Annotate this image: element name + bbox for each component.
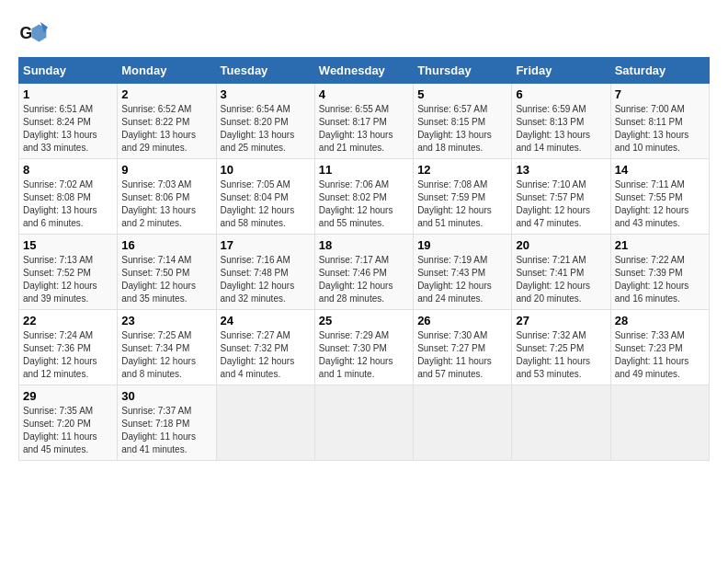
calendar-week-5: 29Sunrise: 7:35 AMSunset: 7:20 PMDayligh… (19, 385, 710, 461)
day-number: 11 (319, 163, 409, 177)
calendar-cell: 23Sunrise: 7:25 AMSunset: 7:34 PMDayligh… (118, 310, 216, 385)
day-number: 25 (319, 314, 409, 327)
page-header: G (18, 18, 710, 48)
day-number: 18 (319, 238, 409, 252)
day-info: Sunrise: 6:52 AMSunset: 8:22 PMDaylight:… (121, 103, 211, 155)
calendar-cell: 21Sunrise: 7:22 AMSunset: 7:39 PMDayligh… (610, 235, 709, 310)
calendar-cell: 15Sunrise: 7:13 AMSunset: 7:52 PMDayligh… (19, 235, 118, 310)
day-number: 22 (23, 314, 113, 327)
day-number: 20 (516, 238, 606, 252)
calendar-cell: 1Sunrise: 6:51 AMSunset: 8:24 PMDaylight… (19, 84, 118, 159)
calendar-cell: 7Sunrise: 7:00 AMSunset: 8:11 PMDaylight… (610, 84, 709, 159)
day-info: Sunrise: 7:03 AMSunset: 8:06 PMDaylight:… (121, 178, 211, 230)
calendar-cell: 10Sunrise: 7:05 AMSunset: 8:04 PMDayligh… (216, 159, 314, 235)
weekday-header-wednesday: Wednesday (314, 58, 413, 84)
calendar-cell: 8Sunrise: 7:02 AMSunset: 8:08 PMDaylight… (19, 159, 118, 235)
weekday-header-sunday: Sunday (19, 58, 118, 84)
day-number: 21 (615, 238, 705, 252)
day-number: 16 (121, 238, 211, 252)
day-number: 23 (121, 314, 211, 327)
day-number: 5 (417, 87, 507, 101)
calendar-cell (414, 385, 512, 461)
day-info: Sunrise: 7:25 AMSunset: 7:34 PMDaylight:… (121, 329, 211, 381)
calendar-cell: 12Sunrise: 7:08 AMSunset: 7:59 PMDayligh… (414, 159, 512, 235)
day-number: 17 (221, 238, 311, 252)
day-info: Sunrise: 7:16 AMSunset: 7:48 PMDaylight:… (221, 254, 311, 305)
weekday-header-thursday: Thursday (414, 58, 512, 84)
day-info: Sunrise: 7:05 AMSunset: 8:04 PMDaylight:… (221, 178, 311, 230)
svg-text:G: G (20, 24, 33, 42)
day-info: Sunrise: 7:22 AMSunset: 7:39 PMDaylight:… (615, 254, 705, 305)
day-number: 19 (417, 238, 507, 252)
day-number: 27 (516, 314, 606, 327)
calendar-cell: 13Sunrise: 7:10 AMSunset: 7:57 PMDayligh… (512, 159, 610, 235)
day-number: 10 (221, 163, 311, 177)
calendar-cell: 22Sunrise: 7:24 AMSunset: 7:36 PMDayligh… (19, 310, 118, 385)
day-info: Sunrise: 7:32 AMSunset: 7:25 PMDaylight:… (516, 329, 606, 381)
calendar-cell: 19Sunrise: 7:19 AMSunset: 7:43 PMDayligh… (414, 235, 512, 310)
day-info: Sunrise: 7:27 AMSunset: 7:32 PMDaylight:… (221, 329, 311, 381)
day-number: 8 (23, 163, 113, 177)
calendar-cell: 28Sunrise: 7:33 AMSunset: 7:23 PMDayligh… (610, 310, 709, 385)
weekday-header-row: SundayMondayTuesdayWednesdayThursdayFrid… (19, 58, 710, 84)
day-info: Sunrise: 7:14 AMSunset: 7:50 PMDaylight:… (121, 254, 211, 305)
day-info: Sunrise: 7:35 AMSunset: 7:20 PMDaylight:… (23, 405, 113, 456)
day-number: 6 (516, 87, 606, 101)
day-info: Sunrise: 7:08 AMSunset: 7:59 PMDaylight:… (417, 178, 507, 230)
calendar-cell: 6Sunrise: 6:59 AMSunset: 8:13 PMDaylight… (512, 84, 610, 159)
calendar-cell: 26Sunrise: 7:30 AMSunset: 7:27 PMDayligh… (414, 310, 512, 385)
calendar-cell: 14Sunrise: 7:11 AMSunset: 7:55 PMDayligh… (610, 159, 709, 235)
calendar-week-1: 1Sunrise: 6:51 AMSunset: 8:24 PMDaylight… (19, 84, 710, 159)
calendar-cell: 5Sunrise: 6:57 AMSunset: 8:15 PMDaylight… (414, 84, 512, 159)
calendar-cell: 16Sunrise: 7:14 AMSunset: 7:50 PMDayligh… (118, 235, 216, 310)
calendar-cell: 17Sunrise: 7:16 AMSunset: 7:48 PMDayligh… (216, 235, 314, 310)
calendar-cell: 20Sunrise: 7:21 AMSunset: 7:41 PMDayligh… (512, 235, 610, 310)
calendar-week-3: 15Sunrise: 7:13 AMSunset: 7:52 PMDayligh… (19, 235, 710, 310)
day-number: 30 (121, 389, 211, 403)
day-info: Sunrise: 7:21 AMSunset: 7:41 PMDaylight:… (516, 254, 606, 305)
calendar-cell (610, 385, 709, 461)
day-number: 26 (417, 314, 507, 327)
logo-icon: G (18, 18, 48, 48)
calendar-cell: 2Sunrise: 6:52 AMSunset: 8:22 PMDaylight… (118, 84, 216, 159)
weekday-header-friday: Friday (512, 58, 610, 84)
day-info: Sunrise: 7:17 AMSunset: 7:46 PMDaylight:… (319, 254, 409, 305)
day-info: Sunrise: 7:06 AMSunset: 8:02 PMDaylight:… (319, 178, 409, 230)
day-number: 1 (23, 87, 113, 101)
day-number: 2 (121, 87, 211, 101)
calendar-cell: 29Sunrise: 7:35 AMSunset: 7:20 PMDayligh… (19, 385, 118, 461)
calendar-cell: 25Sunrise: 7:29 AMSunset: 7:30 PMDayligh… (314, 310, 413, 385)
weekday-header-monday: Monday (118, 58, 216, 84)
calendar-cell (512, 385, 610, 461)
day-info: Sunrise: 6:59 AMSunset: 8:13 PMDaylight:… (516, 103, 606, 155)
weekday-header-tuesday: Tuesday (216, 58, 314, 84)
day-info: Sunrise: 6:57 AMSunset: 8:15 PMDaylight:… (417, 103, 507, 155)
day-info: Sunrise: 7:00 AMSunset: 8:11 PMDaylight:… (615, 103, 705, 155)
day-info: Sunrise: 6:54 AMSunset: 8:20 PMDaylight:… (221, 103, 311, 155)
logo: G (18, 18, 51, 48)
day-info: Sunrise: 7:11 AMSunset: 7:55 PMDaylight:… (615, 178, 705, 230)
day-info: Sunrise: 7:02 AMSunset: 8:08 PMDaylight:… (23, 178, 113, 230)
day-info: Sunrise: 7:13 AMSunset: 7:52 PMDaylight:… (23, 254, 113, 305)
calendar-cell: 11Sunrise: 7:06 AMSunset: 8:02 PMDayligh… (314, 159, 413, 235)
day-number: 14 (615, 163, 705, 177)
day-number: 7 (615, 87, 705, 101)
day-info: Sunrise: 7:10 AMSunset: 7:57 PMDaylight:… (516, 178, 606, 230)
day-number: 12 (417, 163, 507, 177)
day-info: Sunrise: 7:37 AMSunset: 7:18 PMDaylight:… (121, 405, 211, 456)
calendar-cell: 27Sunrise: 7:32 AMSunset: 7:25 PMDayligh… (512, 310, 610, 385)
calendar-cell: 9Sunrise: 7:03 AMSunset: 8:06 PMDaylight… (118, 159, 216, 235)
day-info: Sunrise: 7:24 AMSunset: 7:36 PMDaylight:… (23, 329, 113, 381)
weekday-header-saturday: Saturday (610, 58, 709, 84)
day-number: 29 (23, 389, 113, 403)
day-info: Sunrise: 7:19 AMSunset: 7:43 PMDaylight:… (417, 254, 507, 305)
calendar-cell (216, 385, 314, 461)
day-info: Sunrise: 7:33 AMSunset: 7:23 PMDaylight:… (615, 329, 705, 381)
day-number: 4 (319, 87, 409, 101)
calendar-cell: 3Sunrise: 6:54 AMSunset: 8:20 PMDaylight… (216, 84, 314, 159)
day-number: 24 (221, 314, 311, 327)
calendar-cell: 24Sunrise: 7:27 AMSunset: 7:32 PMDayligh… (216, 310, 314, 385)
day-number: 3 (221, 87, 311, 101)
calendar-cell: 4Sunrise: 6:55 AMSunset: 8:17 PMDaylight… (314, 84, 413, 159)
calendar-cell: 18Sunrise: 7:17 AMSunset: 7:46 PMDayligh… (314, 235, 413, 310)
